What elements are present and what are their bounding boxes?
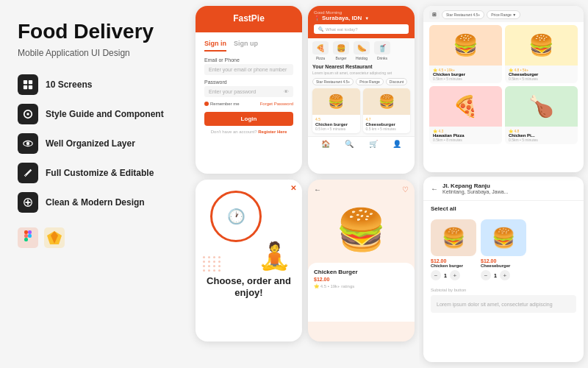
ds-address-main: Jl. Kepang Ranju (442, 183, 490, 189)
ds-cheese-name: Cheeseburger (481, 263, 526, 268)
register-text: Don't have an account? Register Here (204, 130, 293, 134)
cart-nav-icon[interactable]: 🛒 (369, 140, 378, 148)
lfs-chicken-pizza-img: 🍗 (505, 86, 578, 127)
burger-product-price: $12.00 (314, 277, 409, 282)
filter-price[interactable]: Price Range (356, 78, 384, 85)
brand-icons (18, 227, 173, 248)
category-hotdog[interactable]: 🌭 Hotdog (354, 41, 370, 60)
heart-icon[interactable]: ♡ (402, 185, 409, 194)
lfs-card-chicken-pizza[interactable]: 🍗 ⭐ 4.8 Chicken Pi... 0.5km • 5 minutes (505, 86, 578, 144)
lfs-star-chip[interactable]: Star Restaurant 4.5+ (442, 10, 484, 19)
lfs-card-chicken-burger[interactable]: 🍔 ⭐ 4.5 • 19k+ Chicken burger 0.5km • 5 … (429, 25, 502, 83)
lfs-header: ⊞ Star Restaurant 4.5+ Price Range ▼ (423, 6, 584, 22)
email-input[interactable]: Enter your email or phone number (204, 64, 293, 75)
login-body: Sign in Sign up Email or Phone Enter you… (196, 32, 302, 141)
dots-decoration (203, 256, 221, 272)
qty-minus-btn[interactable]: − (431, 270, 441, 280)
subtotal-label: Subtotal by button (423, 288, 584, 292)
nearest-restaurant-title: Your Nearest Restaurant (312, 64, 410, 69)
password-input[interactable]: Enter your password 👁 (204, 86, 293, 97)
ds-item-chicken-burger[interactable]: 🍔 $12.00 Chicken burger − 1 + (431, 219, 476, 280)
home-nav-icon[interactable]: 🏠 (321, 140, 330, 148)
middle-panel: FastPie Sign in Sign up Email or Phone E… (191, 0, 419, 368)
signup-tab[interactable]: Sign up (234, 40, 258, 52)
ds-select-all[interactable]: Select all (423, 201, 584, 216)
ds-items: 🍔 $12.00 Chicken burger − 1 + 🍔 $12.00 C… (423, 216, 584, 283)
back-arrow-icon[interactable]: ← (314, 185, 321, 194)
feature-list: 10 Screens Style Guide and Component Wel… (18, 74, 173, 213)
feature-design-text: Clean & Modern Design (46, 197, 145, 208)
section-subtitle: Lorem ipsum sit amet, consectetur adipis… (312, 71, 410, 75)
clock-icon: 🕐 (227, 208, 245, 225)
qty-plus-btn[interactable]: + (450, 270, 460, 280)
chicken-burger-img: 🍔 (312, 88, 360, 115)
bottom-screens-row: ✕ 🕐 🧘 Choose, order and enjoy! ← (196, 180, 415, 342)
search-nav-icon[interactable]: 🔍 (345, 140, 354, 148)
qty-plus-btn-2[interactable]: + (500, 270, 510, 280)
sketch-icon (44, 227, 65, 248)
hotdog-label: Hotdog (354, 56, 370, 60)
figma-icon (18, 227, 38, 248)
lfs-grid: 🍔 ⭐ 4.5 • 19k+ Chicken burger 0.5km • 5 … (423, 22, 584, 147)
category-drinks[interactable]: 🥤 Drinks (374, 41, 390, 60)
burger-product-name: Chicken Burger (314, 269, 409, 275)
left-panel: Food Delivery Mobile Application UI Desi… (0, 0, 191, 368)
filter-star[interactable]: Star Restaurant 4.5+ (312, 78, 354, 85)
profile-nav-icon[interactable]: 👤 (392, 140, 401, 148)
lfs-card-cheeseburger[interactable]: 🍔 ⭐ 4.8 • 5k+ Cheeseburger 0.5km • 5 min… (505, 25, 578, 83)
svg-rect-15 (24, 234, 28, 238)
clock-illustration: 🕐 (210, 191, 262, 242)
chicken-burger-rating: 4.5 (315, 117, 357, 121)
remember-checkbox[interactable] (204, 102, 209, 106)
svg-rect-17 (24, 238, 28, 241)
category-burger[interactable]: 🍔 Burger (333, 41, 349, 60)
forgot-password[interactable]: Forget Password (260, 102, 293, 106)
lfs-price-chip[interactable]: Price Range ▼ (487, 10, 520, 19)
feature-item-customize: Full Customize & Editable (18, 163, 173, 183)
svg-rect-16 (28, 234, 32, 238)
feature-style-text: Style Guide and Component (46, 109, 164, 119)
lfs-hawaiian-img: 🍕 (429, 86, 502, 127)
signin-tab[interactable]: Sign in (204, 40, 226, 52)
login-button[interactable]: Login (204, 112, 293, 126)
food-categories: 🍕 Pizza 🍔 Burger 🌭 Hotdog 🥤 Drinks (312, 41, 410, 60)
feature-customize-text: Full Customize & Editable (46, 168, 154, 178)
lfs-card-hawaiian[interactable]: 🍕 ⭐ 4.3 Hawaiian Pizza 0.5km • 8 minutes (429, 86, 502, 144)
pizza-label: Pizza (312, 56, 329, 60)
lfs-cheeseburger-img: 🍔 (505, 25, 578, 66)
person-illustration: 🧘 (258, 241, 291, 272)
promo-screen: ✕ 🕐 🧘 Choose, order and enjoy! (196, 180, 302, 342)
ds-header: ← Jl. Kepang Ranju Ketintang, Surabaya, … (423, 177, 584, 201)
lfs-hawaiian-meta: 0.5km • 8 minutes (433, 138, 498, 142)
qty-minus-btn-2[interactable]: − (481, 270, 491, 280)
login-options: Remember me Forget Password (204, 102, 293, 106)
svg-point-5 (26, 113, 29, 116)
ds-cb-qty-control: − 1 + (431, 270, 476, 280)
filter-discount[interactable]: Discount (386, 78, 407, 85)
search-icon: 🔍 (318, 26, 323, 32)
top-screens-row: FastPie Sign in Sign up Email or Phone E… (196, 6, 415, 174)
edit-icon (18, 163, 38, 183)
burger-detail-screen: ← ♡ 🍔 Chicken Burger $12.00 ⭐ 4.5 • 19k+… (308, 180, 415, 342)
login-tabs: Sign in Sign up (204, 40, 293, 52)
food-card-chicken-burger[interactable]: 🍔 4.5 Chicken burger 0.5 km • 5 minutes (312, 88, 360, 133)
eye-icon (18, 133, 38, 154)
food-card-cheeseburger[interactable]: 🍔 4.7 Cheeseburger 0.5 km • 5 minutes (363, 88, 411, 133)
cheeseburger-img: 🍔 (363, 88, 411, 115)
promo-illustration: 🕐 🧘 (196, 180, 302, 275)
remember-me: Remember me (204, 102, 240, 106)
search-bar[interactable]: 🔍 What eat today? (314, 24, 409, 34)
ds-item-cheeseburger[interactable]: 🍔 $12.00 Cheeseburger − 1 + (481, 219, 526, 280)
ds-back-icon[interactable]: ← (431, 185, 438, 193)
lfs-grid-icon: ⊞ (429, 10, 440, 19)
category-pizza[interactable]: 🍕 Pizza (312, 41, 329, 60)
register-link[interactable]: Register Here (258, 130, 287, 134)
circle-icon (18, 104, 38, 124)
lfs-cheese-meta: 0.5km • 5 minutes (509, 77, 574, 81)
ds-cb-img: 🍔 (431, 219, 476, 256)
ds-cb-price: $12.00 (431, 258, 476, 263)
login-brand: FastPie (204, 13, 293, 24)
lfs-cp-meta: 0.5km • 5 minutes (509, 138, 574, 142)
main-title: Food Delivery (18, 21, 173, 43)
lfs-filter: ⊞ Star Restaurant 4.5+ Price Range ▼ (429, 10, 578, 19)
